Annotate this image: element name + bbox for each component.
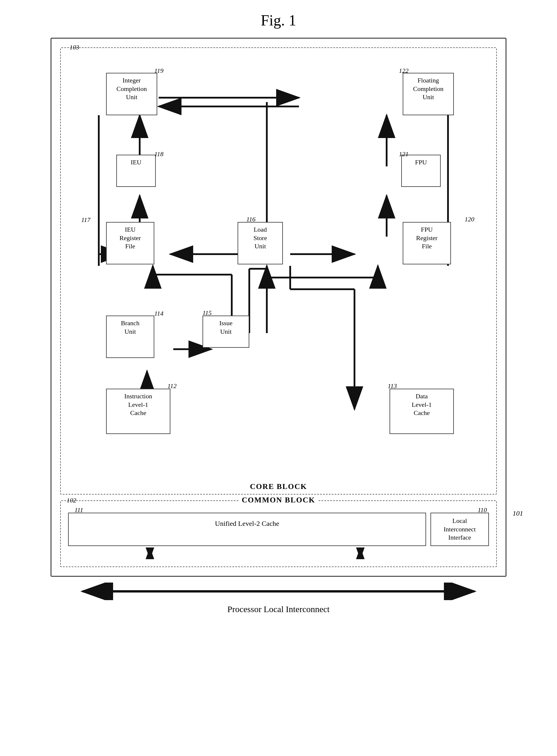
ieu-unit: IEU bbox=[116, 155, 156, 187]
ieu-ref: 118 bbox=[154, 150, 164, 158]
ieu-register-file: IEU Register File bbox=[106, 222, 154, 264]
data-cache-ref: 113 bbox=[388, 382, 397, 390]
fpu-register-file: FPU Register File bbox=[403, 222, 451, 264]
local-interconnect: Local Interconnect Interface 110 bbox=[431, 513, 489, 546]
pli-section: Processor Local Interconnect bbox=[51, 583, 506, 614]
integer-completion-ref: 119 bbox=[154, 67, 164, 75]
data-cache: Data Level-1 Cache bbox=[389, 389, 454, 434]
instruction-cache-ref: 112 bbox=[168, 382, 177, 390]
pli-label: Processor Local Interconnect bbox=[227, 604, 330, 614]
load-store-unit: Load Store Unit bbox=[238, 222, 283, 264]
branch-unit: Branch Unit bbox=[106, 315, 154, 358]
outer-ref: 101 bbox=[512, 509, 523, 517]
branch-ref: 114 bbox=[154, 310, 164, 317]
fpu-unit: FPU bbox=[401, 155, 441, 187]
ieu-register-ref: 117 bbox=[81, 216, 90, 224]
pli-arrow-svg bbox=[74, 583, 483, 600]
core-block: 103 bbox=[60, 47, 497, 495]
diagram-area: Integer Completion Unit 119 Floating Com… bbox=[68, 55, 489, 479]
outer-box: 103 bbox=[51, 38, 506, 577]
common-block: 102 COMMON BLOCK Unified Level-2 Cache 1… bbox=[60, 500, 497, 567]
core-ref: 103 bbox=[69, 44, 79, 51]
pli-arrow-container bbox=[74, 583, 483, 600]
floating-completion-unit: Floating Completion Unit bbox=[403, 73, 454, 115]
issue-ref: 115 bbox=[203, 309, 212, 317]
local-interconnect-ref: 110 bbox=[478, 506, 487, 514]
fpu-register-ref: 120 bbox=[465, 216, 474, 223]
common-arrows bbox=[68, 548, 489, 559]
issue-unit: Issue Unit bbox=[203, 315, 249, 348]
core-block-label: CORE BLOCK bbox=[250, 482, 307, 491]
unified-cache-ref: 111 bbox=[75, 506, 83, 514]
common-block-label: COMMON BLOCK bbox=[239, 496, 318, 504]
instruction-cache: Instruction Level-1 Cache bbox=[106, 389, 170, 434]
floating-completion-ref: 122 bbox=[399, 67, 409, 75]
page-title: Fig. 1 bbox=[261, 12, 296, 29]
unified-cache: Unified Level-2 Cache 111 bbox=[68, 513, 426, 546]
load-store-ref: 116 bbox=[246, 216, 256, 223]
integer-completion-unit: Integer Completion Unit bbox=[106, 73, 157, 115]
common-ref: 102 bbox=[67, 497, 76, 504]
fpu-ref: 121 bbox=[399, 150, 409, 158]
